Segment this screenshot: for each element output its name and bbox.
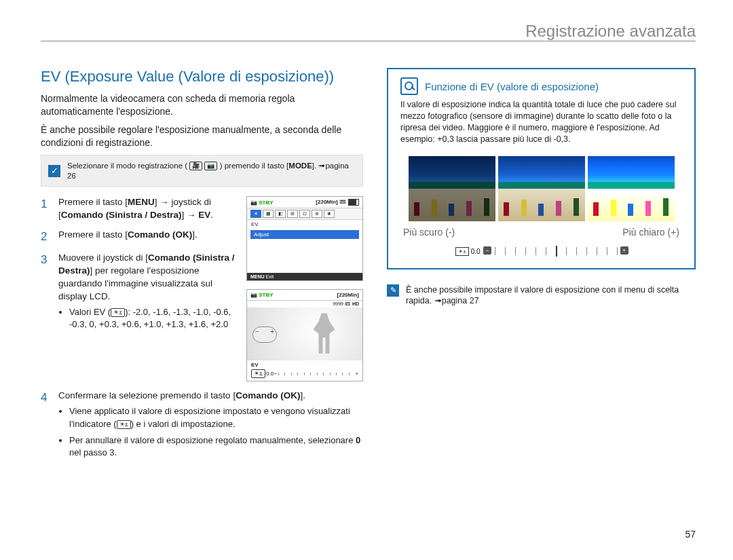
page-number: 57 (685, 529, 696, 540)
step-3-number: 3 (41, 252, 50, 335)
step4-bullet1: Viene applicato il valore di esposizione… (69, 405, 363, 430)
ev-function-title: Funzione di EV (valore di esposizione) (425, 81, 599, 92)
ev-function-panel: Funzione di EV (valore di esposizione) I… (387, 68, 696, 269)
magnifier-icon (400, 77, 418, 95)
video-mode-icon: 🎥 (189, 162, 202, 170)
exposure-thumbnails (400, 156, 682, 221)
intro-p2: È anche possibile regolare l'esposizione… (41, 124, 363, 149)
check-icon: ✓ (48, 165, 60, 177)
step-1: 1 Premere il tasto [MENU] → joystick di … (41, 196, 238, 222)
ev-badge-icon: ☀± (251, 369, 265, 378)
thumb-lighter (588, 156, 675, 221)
lcd-ev-tab-icon: ☀ (250, 210, 261, 218)
step-4: 4 Confermare la selezione premendo il ta… (41, 390, 363, 463)
step-1-number: 1 (41, 196, 50, 222)
section-title: EV (Exposure Value (Valore di esposizion… (41, 68, 363, 86)
header-rule (41, 41, 696, 41)
precheck-box: ✓ Selezionare il modo registrazione ( 🎥 … (41, 155, 363, 187)
lcd-menu-screenshot: 📷 STBY [220Min] 📼 ☀▦◧⊞⊡⊚❀ EV Adjust MENU… (246, 196, 363, 281)
ev-function-text: Il valore di esposizione indica la quant… (400, 99, 682, 145)
lcd-ev-label: EV (247, 220, 362, 229)
lcd-tab-row: ☀▦◧⊞⊡⊚❀ (247, 208, 362, 220)
step-2-number: 2 (41, 229, 50, 245)
precheck-text: Selezionare il modo registrazione ( 🎥 📷 … (67, 161, 356, 181)
scale-plus-icon: + (620, 246, 628, 255)
ev-scale-badge-icon: ☀± (455, 247, 468, 256)
step-2: 2 Premere il tasto [Comando (OK)]. (41, 229, 238, 245)
quick-menu-note: ✎ È anche possibile impostare il valore … (387, 284, 696, 307)
label-darker: Più scuro (-) (403, 227, 455, 238)
ev-values-bullet: Valori EV (☀±): -2.0, -1.6, -1.3, -1.0, … (69, 306, 238, 331)
step-3: 3 Muovere il joystick di [Comando (Sinis… (41, 252, 238, 335)
step4-bullet2: Per annullare il valore di esposizione r… (69, 434, 363, 459)
page-header-title: Registrazione avanzata (525, 22, 696, 41)
lcd-adjust-item: Adjust (250, 230, 359, 239)
ev-icon: ☀± (111, 308, 125, 317)
label-lighter: Più chiaro (+) (622, 227, 679, 238)
step-4-number: 4 (41, 390, 50, 463)
silhouette-figure (311, 313, 338, 354)
photo-mode-icon: 📷 (204, 162, 217, 170)
lcd-preview-screenshot: 📷 STBY [220Min] 9999 📼 HD EV ☀± (246, 289, 363, 381)
ev-knob-icon (252, 326, 277, 343)
note-icon: ✎ (387, 284, 399, 297)
ev-scale: ☀± 0.0 − + (400, 247, 682, 256)
intro-p1: Normalmente la videocamera con scheda di… (41, 92, 363, 118)
thumb-darker (409, 156, 495, 221)
thumb-normal (498, 156, 585, 221)
ev-indicator-icon: ☀± (117, 420, 131, 429)
scale-minus-icon: − (483, 246, 491, 255)
